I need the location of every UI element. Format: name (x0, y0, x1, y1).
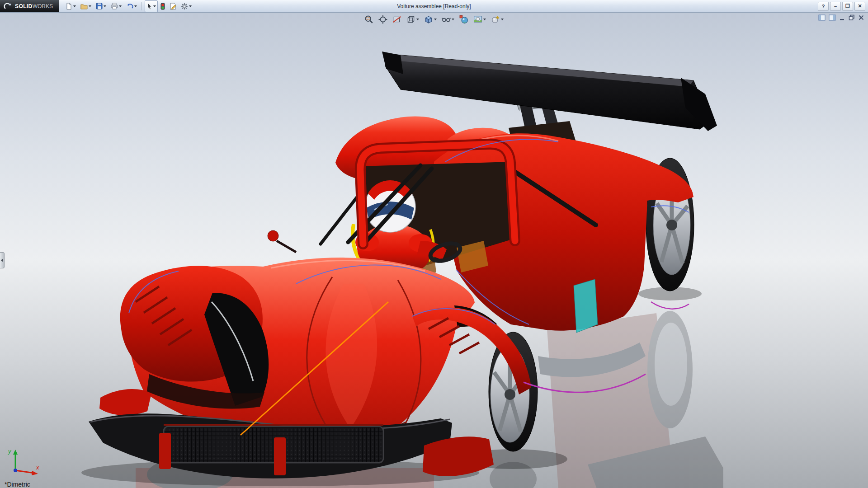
car-model-render[interactable] (0, 13, 868, 488)
edit-appearance-button[interactable] (458, 14, 469, 24)
apply-scene-button[interactable] (472, 14, 487, 24)
section-view-icon (392, 15, 401, 24)
quick-toolbar (64, 0, 193, 12)
chevron-left-icon (1, 258, 3, 262)
view-settings-icon (491, 15, 500, 24)
apply-scene-icon (473, 15, 482, 24)
print-button[interactable] (109, 0, 123, 12)
x-axis-arrow (32, 471, 38, 475)
options-button[interactable] (179, 0, 193, 12)
new-document-button[interactable] (64, 0, 78, 12)
restore-document-button[interactable] (849, 14, 855, 21)
minimize-document-button[interactable] (839, 14, 845, 21)
x-axis-label: x (36, 464, 39, 471)
hide-show-items-button[interactable] (441, 14, 455, 24)
open-folder-icon (80, 3, 88, 9)
window-controls: ? – ❐ ✕ (818, 2, 868, 11)
orientation-triad[interactable]: x y (7, 448, 45, 478)
driver-helmet[interactable] (365, 180, 415, 232)
y-axis-label: y (8, 448, 12, 455)
file-properties-button[interactable] (168, 0, 178, 12)
dropdown-caret (452, 19, 454, 20)
zoom-to-fit-button[interactable] (377, 14, 388, 24)
close-button[interactable]: ✕ (854, 2, 865, 11)
graphics-area[interactable]: x y *Dimetric (0, 13, 868, 488)
panel-collapse-tab[interactable] (0, 252, 5, 268)
display-style-cube-icon (424, 15, 433, 24)
zoom-area-icon (364, 15, 373, 24)
save-floppy-icon (96, 3, 103, 9)
left-front-fender[interactable] (99, 266, 269, 415)
side-mirror[interactable] (268, 230, 296, 252)
open-document-button[interactable] (79, 0, 93, 12)
dropdown-caret (189, 5, 192, 7)
select-cursor-icon (146, 3, 152, 10)
dropdown-caret (89, 5, 91, 7)
new-document-icon (66, 3, 72, 10)
select-tool-button[interactable] (145, 0, 158, 12)
document-window-controls (818, 14, 864, 21)
minimize-icon (839, 14, 845, 21)
dropdown-caret (483, 19, 486, 20)
radiator-grille (164, 427, 383, 463)
dropdown-caret (153, 5, 156, 7)
save-button[interactable] (94, 0, 108, 12)
dropdown-caret (134, 5, 137, 7)
dassault-3ds-icon (4, 3, 13, 10)
dropdown-caret (73, 5, 76, 7)
panes-right-icon (829, 14, 836, 21)
maximize-button[interactable]: ❐ (842, 2, 853, 11)
file-properties-icon (170, 3, 176, 10)
hide-show-glasses-icon (442, 15, 451, 24)
close-document-button[interactable] (858, 14, 864, 21)
toolbar-separator (142, 2, 142, 10)
titlebar: SOLIDWORKS (0, 0, 868, 13)
view-settings-button[interactable] (490, 14, 505, 24)
side-window (574, 279, 598, 333)
close-icon (858, 14, 864, 21)
undo-arrow-icon (126, 3, 133, 9)
dropdown-caret (434, 19, 437, 20)
dropdown-caret (104, 5, 106, 7)
display-style-button[interactable] (423, 14, 438, 24)
z-axis-origin (14, 469, 17, 472)
rebuild-button[interactable] (159, 0, 167, 12)
dropdown-caret (416, 19, 419, 20)
rebuild-trafficlight-icon (160, 3, 165, 10)
edit-appearance-ball-icon (459, 15, 468, 24)
view-orientation-button[interactable] (406, 14, 420, 24)
help-button[interactable]: ? (818, 2, 829, 11)
minimize-button[interactable]: – (830, 2, 841, 11)
view-orientation-cube-icon (406, 15, 415, 24)
view-orientation-label: *Dimetric (5, 481, 30, 488)
solidworks-window: SOLIDWORKS (0, 0, 868, 488)
zoom-fit-icon (378, 15, 387, 24)
section-view-button[interactable] (392, 14, 402, 24)
brand-text: SOLIDWORKS (15, 3, 53, 9)
headsup-toolbar (363, 14, 505, 24)
dropdown-caret (501, 19, 504, 20)
printer-icon (111, 3, 118, 9)
dropdown-caret (119, 5, 122, 7)
undo-button[interactable] (124, 0, 139, 12)
show-feature-panes-button[interactable] (818, 14, 826, 21)
restore-icon (849, 14, 855, 21)
y-axis-arrow (13, 450, 18, 455)
panes-left-icon (818, 14, 826, 21)
show-task-panes-button[interactable] (829, 14, 836, 21)
zoom-to-area-button[interactable] (363, 14, 374, 24)
options-gear-icon (181, 3, 188, 10)
solidworks-logo: SOLIDWORKS (0, 0, 59, 12)
